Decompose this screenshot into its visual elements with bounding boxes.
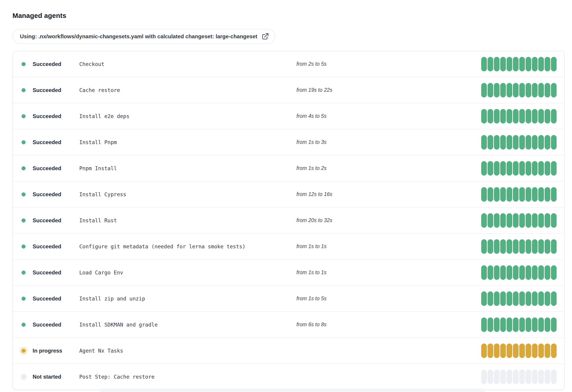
bar-segment [525,291,531,306]
bar-segment [519,370,525,384]
status-label: Succeeded [32,243,79,250]
status-dot-icon [21,218,26,223]
bar-segment [545,109,550,124]
step-duration: from 1s to 2s [296,165,481,171]
bar-segment [545,57,550,71]
status-dot-icon [21,245,26,248]
bar-segment [481,213,487,228]
bar-segment [538,57,544,71]
agent-step-row: Succeeded Install Cypress from 12s to 16… [13,181,564,207]
agent-step-row: Succeeded Install e2e deps from 4s to 5s [13,103,564,129]
step-progress-bar [481,291,556,306]
status-label: Succeeded [32,191,79,197]
step-name: Install SDKMAN and gradle [79,322,296,328]
bar-segment [488,239,493,254]
bar-segment [551,370,556,384]
step-progress-bar [481,239,556,254]
bar-segment [513,317,519,332]
bar-segment [538,83,544,98]
bar-segment [538,370,544,384]
bar-segment [494,135,500,149]
status-dot-icon [21,88,26,92]
status-label: Succeeded [32,87,79,93]
bar-segment [545,213,550,228]
agent-step-row: Succeeded Cache restore from 19s to 22s [13,77,564,103]
bar-segment [494,213,500,228]
step-name: Install e2e deps [79,113,296,119]
external-link-icon[interactable] [261,33,269,40]
status-label: Succeeded [32,322,79,328]
step-name: Install Pnpm [79,139,296,145]
step-name: Cache restore [79,87,296,93]
step-progress-bar [481,213,556,228]
bar-segment [519,57,525,71]
bar-segment [519,161,525,176]
bar-segment [538,135,544,149]
bar-segment [532,161,538,176]
bar-segment [507,135,512,149]
bar-segment [532,213,538,228]
step-progress-bar [481,265,556,280]
bar-segment [488,83,493,98]
bar-segment [551,83,556,98]
status-label: Succeeded [32,295,79,302]
bar-segment [525,187,531,202]
bar-segment [481,83,487,98]
bar-segment [525,161,531,176]
status-label: Not started [32,374,79,380]
bar-segment [494,187,500,202]
bar-segment [538,187,544,202]
step-name: Install zip and unzip [79,296,296,302]
bar-segment [500,370,506,384]
bar-segment [538,239,544,254]
step-duration: from 2s to 5s [296,61,481,67]
bar-segment [532,317,538,332]
bar-segment [507,343,512,358]
status-dot-icon [21,62,26,66]
bar-segment [488,161,493,176]
agent-step-row: Succeeded Checkout from 2s to 5s [13,51,564,77]
bar-segment [551,291,556,306]
bar-segment [481,57,487,71]
status-dot-icon [21,375,26,379]
bar-segment [500,291,506,306]
bar-segment [519,239,525,254]
status-dot-icon [21,323,26,327]
bar-segment [481,187,487,202]
bar-segment [538,343,544,358]
bar-segment [551,135,556,149]
bar-segment [500,343,506,358]
bar-segment [488,57,493,71]
step-name: Load Cargo Env [79,270,296,276]
bar-segment [551,57,556,71]
status-dot-icon [21,114,26,118]
step-progress-bar [481,317,556,332]
bar-segment [519,291,525,306]
agent-step-row: Not started Post Step: Cache restore [13,363,564,390]
bar-segment [507,317,512,332]
bar-segment [513,57,519,71]
workflow-banner[interactable]: Using: .nx/workflows/dynamic-changesets.… [13,29,275,44]
workflow-banner-text: Using: .nx/workflows/dynamic-changesets.… [20,33,257,40]
bar-segment [494,370,500,384]
step-progress-bar [481,370,556,384]
bar-segment [525,239,531,254]
step-name: Post Step: Cache restore [79,374,296,380]
bar-segment [494,291,500,306]
bar-segment [507,370,512,384]
page-title: Managed agents [13,11,572,20]
managed-agents-panel: Managed agents Using: .nx/workflows/dyna… [0,0,572,390]
bar-segment [513,187,519,202]
bar-segment [513,291,519,306]
bar-segment [513,343,519,358]
step-duration: from 20s to 32s [296,217,481,223]
step-name: Agent Nx Tasks [79,348,296,354]
bar-segment [494,161,500,176]
agent-step-row: Succeeded Configure git metadata (needed… [13,233,564,259]
bar-segment [519,213,525,228]
step-duration: from 1s to 1s [296,243,481,249]
bar-segment [545,135,550,149]
bar-segment [507,239,512,254]
agents-list: Succeeded Checkout from 2s to 5s Succeed… [13,51,565,390]
bar-segment [494,109,500,124]
